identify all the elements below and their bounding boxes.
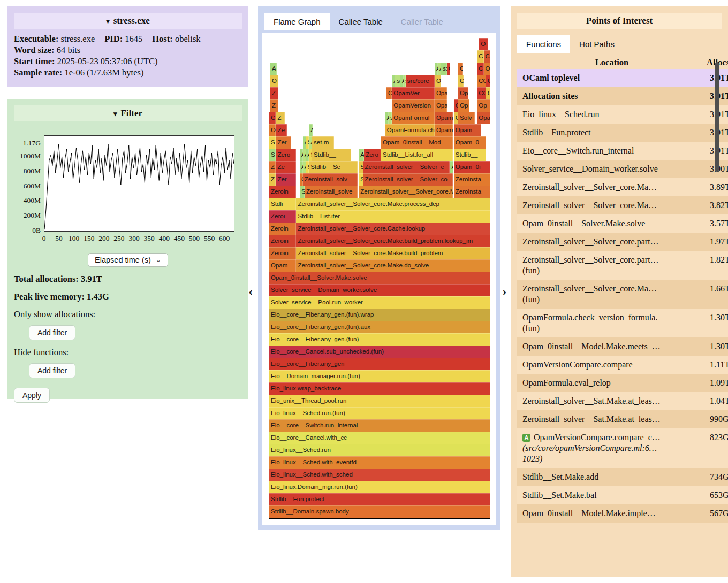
flame-segment[interactable]: C — [486, 75, 490, 87]
flame-segment[interactable]: Zeroin — [269, 223, 296, 235]
flame-segment[interactable]: s: — [441, 63, 446, 75]
flame-segment[interactable]: Zeroinstall_solver__Solver_core.M — [359, 186, 453, 198]
flame-segment[interactable]: CC — [477, 87, 486, 99]
poi-row[interactable]: Zeroinstall_solver__Solver_core.part…(fu… — [517, 251, 728, 280]
poi-row[interactable]: Zeroinstall_solver__Solver_core.Ma…3.89T — [517, 178, 728, 196]
flame-segment[interactable]: Opam_0 — [454, 136, 486, 149]
flame-segment[interactable]: Zeroi — [269, 210, 296, 223]
flame-segment[interactable]: O — [269, 124, 276, 136]
flame-segment[interactable]: Eio_linux.wrap_backtrace — [269, 382, 490, 395]
flame-segment[interactable]: Eio_linux__Sched.with_sched — [269, 469, 490, 481]
poi-row[interactable]: Opam_0install__Solver.Make.solve3.57T — [517, 214, 728, 233]
flame-segment[interactable]: s: — [395, 75, 400, 87]
flame-segment[interactable]: O — [479, 38, 488, 50]
flame-segment[interactable]: C — [269, 112, 276, 124]
flame-segment[interactable]: Eio_linux__Sched.run — [269, 444, 490, 456]
flame-segment[interactable]: O — [270, 75, 278, 87]
flame-segment[interactable]: C — [477, 63, 483, 75]
flame-segment[interactable]: Zeroinsta — [454, 173, 490, 186]
flame-segment[interactable]: Opam — [477, 112, 490, 124]
flame-segment[interactable]: Opam — [435, 87, 448, 99]
flame-segment[interactable]: Zeroinstall_solver__Solver_c — [363, 161, 450, 173]
flame-segment[interactable]: Zeroinstall_solver__Solver_core.Make.pro… — [296, 198, 490, 210]
flame-segment[interactable]: set.m — [312, 136, 334, 149]
flame-segment[interactable]: Z — [276, 112, 285, 124]
poi-row[interactable]: OCaml toplevel3.91T — [517, 69, 728, 87]
flame-segment[interactable]: Opam_0install__Solver.Make.solve — [269, 272, 490, 284]
poi-row[interactable]: Zeroinstall_solver__Solver_core.Ma…3.82T — [517, 196, 728, 214]
poi-row[interactable]: Allocation sites3.91T — [517, 87, 728, 105]
flame-segment[interactable]: A — [450, 161, 453, 173]
flame-segment[interactable]: OpamFormul — [392, 112, 435, 124]
flame-segment[interactable]: Opam — [269, 259, 296, 272]
poi-row[interactable]: Zeroinstall_solver__Solver_core.Ma…(fun)… — [517, 280, 728, 309]
flame-segment[interactable]: src/core — [406, 75, 435, 87]
flame-segment[interactable]: Zer — [276, 173, 296, 186]
flame-segment[interactable]: Eio__core__Fiber.any_gen.(fun) — [269, 333, 490, 346]
flame-segment[interactable]: Zeroin — [269, 247, 296, 259]
flame-segment[interactable]: Eio__core__Fiber.any_gen.(fun).wrap — [269, 309, 490, 321]
flame-segment[interactable]: C — [447, 63, 450, 75]
flame-segment[interactable]: Z — [269, 173, 276, 186]
flame-segment[interactable]: Ze — [276, 124, 287, 136]
flame-segment[interactable]: St — [359, 161, 363, 173]
flame-segment[interactable]: O — [454, 112, 458, 124]
flame-segment[interactable]: C — [484, 50, 490, 63]
poi-row[interactable]: Opam_0install__Model.Make.imple…567G — [517, 504, 728, 523]
flame-segment[interactable]: Eio__core__Cancel.with_cc — [269, 432, 490, 444]
flame-segment[interactable]: Eio_linux__Sched.with_eventfd — [269, 456, 490, 469]
chart-plot-area[interactable] — [44, 135, 234, 232]
flame-segment[interactable]: Opam_ — [435, 112, 453, 124]
flame-segment[interactable]: Stdlib__Fun.protect — [269, 493, 490, 505]
flame-segment[interactable]: Eio__Domain_manager.run.(fun) — [269, 370, 490, 382]
flame-segment[interactable]: Op — [386, 87, 392, 99]
flame-segment[interactable]: CO — [477, 75, 486, 87]
flame-segment[interactable]: Opam_0install__Mod — [381, 136, 453, 149]
poi-row[interactable]: Opam_0install__Model.Make.meets_…1.30T — [517, 337, 728, 356]
flame-segment[interactable]: Stdlib__Se — [309, 161, 358, 173]
poi-row[interactable]: Stdlib__Fun.protect3.91T — [517, 124, 728, 142]
flame-segment[interactable]: C — [477, 50, 483, 63]
flame-segment[interactable]: Stdlib__Domain.spawn.body — [269, 505, 490, 518]
flame-segment[interactable]: Ze — [276, 161, 296, 173]
flame-graph-canvas[interactable]: Stdlib__Domain.spawn.bodyStdlib__Fun.pro… — [269, 36, 490, 518]
flame-segment[interactable]: Stdlib__List.iter — [296, 210, 490, 223]
info-panel-header[interactable]: ▾stress.exe — [14, 13, 242, 29]
poi-scrollbar[interactable] — [715, 62, 719, 172]
poi-row[interactable]: AOpamVersionCompare.compare_c…(src/core/… — [517, 428, 728, 468]
poi-row[interactable]: Zeroinstall_solver__Sat.Make.at_leas…1.0… — [517, 392, 728, 410]
flame-tab-flame-graph[interactable]: Flame Graph — [264, 13, 330, 30]
flame-segment[interactable]: Zeroinstall_solver__Solver_co — [363, 173, 453, 186]
flame-segment[interactable]: Zero — [364, 149, 381, 161]
poi-row[interactable]: Eio__core__Switch.run_internal3.91T — [517, 142, 728, 160]
flame-segment[interactable]: Solver_service__Pool.run_worker — [269, 296, 490, 309]
flame-segment[interactable]: Stdli — [269, 198, 296, 210]
flame-segment[interactable]: Opam_ — [454, 124, 482, 136]
poi-row[interactable]: OpamVersionCompare.compare1.11T — [517, 356, 728, 374]
flame-segment[interactable]: Z — [269, 161, 276, 173]
flame-segment[interactable]: Eio_unix__Thread_pool.run — [269, 395, 490, 407]
flame-segment[interactable]: C — [486, 87, 490, 99]
flame-segment[interactable]: Stdlib__List.for_all — [381, 149, 453, 161]
flame-segment[interactable]: C — [454, 99, 458, 112]
flame-segment[interactable]: Solver_service__Domain_worker.solve — [269, 284, 490, 296]
flame-segment[interactable]: Z — [270, 87, 278, 99]
flame-segment[interactable]: S — [300, 186, 305, 198]
flame-segment[interactable]: OpamFormula.ch — [385, 124, 435, 136]
poi-row[interactable]: OpamFormula.eval_relop1.09T — [517, 374, 728, 392]
flame-segment[interactable]: Eio_linux.Domain_mgr.run.(fun) — [269, 481, 490, 493]
flame-segment[interactable]: Opam_0i — [454, 161, 490, 173]
flame-segment[interactable]: Zeroinsta — [454, 186, 490, 198]
flame-segment[interactable]: S — [269, 149, 276, 161]
poi-row[interactable]: Eio_linux__Sched.run3.91T — [517, 105, 728, 124]
flame-segment[interactable]: OpamVer — [392, 87, 435, 99]
flame-segment[interactable]: Eio__core__Fiber.any_gen — [269, 358, 490, 370]
x-axis-selector[interactable]: Elapsed time (s) ⌄ — [88, 253, 168, 267]
flame-segment[interactable]: Zeroinstall_solver__Solver_core.Make.bui… — [296, 235, 490, 247]
flame-segment[interactable]: Zeroinstall_solve — [305, 186, 358, 198]
flame-segment[interactable]: Eio__core__Cancel.sub_unchecked.(fun) — [269, 346, 490, 358]
apply-button[interactable]: Apply — [14, 388, 50, 403]
poi-row[interactable]: Stdlib__Set.Make.bal653G — [517, 486, 728, 504]
flame-segment[interactable]: Eio__core__Switch.run_internal — [269, 419, 490, 432]
flame-segment[interactable]: A — [309, 124, 313, 136]
